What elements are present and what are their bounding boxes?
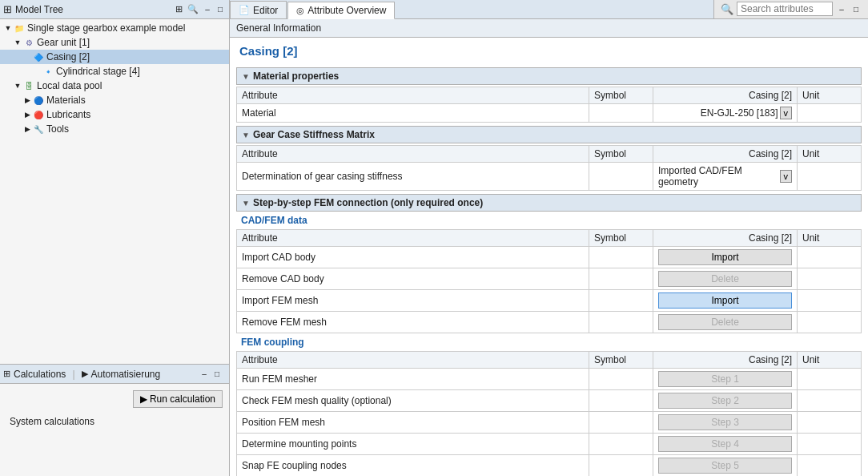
model-tree-search-icon[interactable]: 🔍 <box>186 4 200 15</box>
attr-remove-cad: Remove CAD body <box>237 268 589 290</box>
attr-overview-tab-label: Attribute Overview <box>307 5 386 16</box>
bottom-panel-controls: – □ <box>195 369 226 380</box>
tree-arrow-local-pool[interactable]: ▼ <box>13 82 22 90</box>
auto-tab-label[interactable]: Automatisierung <box>91 369 161 380</box>
search-minimize-btn[interactable]: – <box>836 3 847 14</box>
section-arrow-fem: ▼ <box>242 199 250 208</box>
stiffness-dropdown-btn[interactable]: v <box>780 170 793 183</box>
general-info-tab[interactable]: General Information <box>230 19 868 38</box>
val-run-mesher: Step 1 <box>653 369 798 390</box>
tree-label-gear-unit: Gear unit [1] <box>37 37 90 48</box>
tree-arrow-root[interactable]: ▼ <box>3 24 13 32</box>
tree-item-gear-unit[interactable]: ▼ ⚙ Gear unit [1] <box>0 35 229 50</box>
tree-label-casing: Casing [2] <box>46 51 90 63</box>
attr-check-quality: Check FEM mesh quality (optional) <box>237 390 589 412</box>
step5-btn[interactable]: Step 5 <box>658 458 792 474</box>
tree-label-root: Single stage gearbox example model <box>27 22 185 34</box>
tree-label-lubricants: Lubricants <box>46 109 90 120</box>
tree-area: ▼ 📁 Single stage gearbox example model ▼… <box>0 19 229 364</box>
tree-item-cyl-stage[interactable]: 🔹 Cylindrical stage [4] <box>0 64 229 79</box>
section-header-stiffness[interactable]: ▼ Gear Case Stiffness Matrix <box>236 126 862 143</box>
sym-mounting-pts <box>589 434 653 455</box>
tab-editor[interactable]: 📄 Editor <box>230 1 287 18</box>
material-dropdown-btn[interactable]: v <box>780 107 793 119</box>
val-check-quality: Step 2 <box>653 390 798 412</box>
calc-tab-icon: ⊞ <box>3 369 10 379</box>
right-panel: 📄 Editor ◎ Attribute Overview 🔍 – □ Gene… <box>230 0 868 476</box>
unit-import-cad <box>798 247 862 268</box>
sym-check-quality <box>589 390 653 412</box>
val-mounting-pts: Step 4 <box>653 434 798 455</box>
tree-arrow-gear-unit[interactable]: ▼ <box>13 38 22 46</box>
tree-item-materials[interactable]: ▶ 🔵 Materials <box>0 93 229 107</box>
attr-overview-tab-icon: ◎ <box>296 6 304 16</box>
attr-import-cad: Import CAD body <box>237 247 589 268</box>
tree-arrow-tools[interactable]: ▶ <box>22 125 32 133</box>
unit-check-quality <box>798 390 862 412</box>
model-tree-minimize-btn[interactable]: – <box>202 4 213 15</box>
app-container: ⊞ Model Tree ⊞ 🔍 – □ ▼ 📁 Single stage ge <box>0 0 868 476</box>
run-calculation-button[interactable]: ▶ Run calculation <box>133 390 223 408</box>
tree-item-tools[interactable]: ▶ 🔧 Tools <box>0 122 229 136</box>
import-fem-btn[interactable]: Import <box>658 292 792 309</box>
subsection-label-cadfem: CAD/FEM data <box>236 212 862 228</box>
content-area: Casing [2] ▼ Material properties Attribu… <box>230 38 868 476</box>
col-attribute-mat: Attribute <box>237 87 589 104</box>
section-arrow-material: ▼ <box>242 72 250 81</box>
search-icon: 🔍 <box>721 3 733 15</box>
val-position-fem: Step 3 <box>653 412 798 434</box>
tree-item-casing[interactable]: 🔷 Casing [2] <box>0 50 229 64</box>
col-attribute-cadfem: Attribute <box>237 230 589 247</box>
subsection-label-femcoupling: FEM coupling <box>236 333 862 349</box>
delete-cad-btn[interactable]: Delete <box>658 271 792 287</box>
col-unit-cadfem: Unit <box>798 230 862 247</box>
search-input[interactable] <box>737 2 833 16</box>
bottom-content: ▶ Run calculation System calculations <box>0 384 229 432</box>
tree-item-root[interactable]: ▼ 📁 Single stage gearbox example model <box>0 21 229 35</box>
tree-item-local-pool[interactable]: ▼ 🗄 Local data pool <box>0 79 229 93</box>
tab-divider: | <box>72 369 74 380</box>
casing-icon: 🔷 <box>32 50 45 63</box>
step1-btn[interactable]: Step 1 <box>658 371 792 387</box>
model-tree-grid-icon[interactable]: ⊞ <box>174 4 184 15</box>
calc-tab-label[interactable]: Calculations <box>14 369 66 380</box>
tree-arrow-mat[interactable]: ▶ <box>22 96 32 104</box>
section-header-fem[interactable]: ▼ Step-by-step FEM connection (only requ… <box>236 194 862 212</box>
step2-btn[interactable]: Step 2 <box>658 393 792 409</box>
tree-item-lubricants[interactable]: ▶ 🔴 Lubricants <box>0 107 229 122</box>
search-maximize-btn[interactable]: □ <box>850 3 862 14</box>
table-row: Remove CAD body Delete <box>237 268 862 290</box>
material-value-text: EN-GJL-250 [183] <box>701 107 778 119</box>
import-cad-btn[interactable]: Import <box>658 249 792 265</box>
val-remove-fem: Delete <box>653 312 798 333</box>
step3-btn[interactable]: Step 3 <box>658 414 792 430</box>
stiffness-table: Attribute Symbol Casing [2] Unit Determi… <box>236 145 862 191</box>
section-material-props: ▼ Material properties Attribute Symbol C… <box>236 67 862 123</box>
model-tree-maximize-btn[interactable]: □ <box>215 4 226 15</box>
symbol-stiffness <box>589 163 653 191</box>
section-arrow-stiffness: ▼ <box>242 131 250 139</box>
run-calc-row: ▶ Run calculation <box>6 387 223 411</box>
delete-fem-btn[interactable]: Delete <box>658 314 792 330</box>
system-calc-item[interactable]: System calculations <box>6 414 223 429</box>
search-bar: 🔍 – □ <box>713 0 868 18</box>
symbol-remove-fem <box>589 312 653 333</box>
bottom-minimize-btn[interactable]: – <box>199 369 210 380</box>
fem-coupling-table: Attribute Symbol Casing [2] Unit Run FEM… <box>236 351 862 476</box>
system-calc-label: System calculations <box>10 416 94 427</box>
unit-material <box>798 104 862 123</box>
section-header-material[interactable]: ▼ Material properties <box>236 67 862 85</box>
tab-attribute-overview[interactable]: ◎ Attribute Overview <box>287 2 395 19</box>
table-row: Material EN-GJL-250 [183] v <box>237 104 862 123</box>
table-row: Snap FE coupling nodes Step 5 <box>237 455 862 477</box>
step4-btn[interactable]: Step 4 <box>658 436 792 452</box>
tree-arrow-lub[interactable]: ▶ <box>22 111 32 119</box>
mat-icon: 🔵 <box>32 94 45 107</box>
col-symbol-femcoup: Symbol <box>589 352 653 369</box>
bottom-maximize-btn[interactable]: □ <box>211 369 223 380</box>
col-symbol-stiff: Symbol <box>589 146 653 163</box>
table-row: Import CAD body Import <box>237 247 862 268</box>
table-row: Determine mounting points Step 4 <box>237 434 862 455</box>
material-table: Attribute Symbol Casing [2] Unit Materia… <box>236 87 862 123</box>
model-tree-controls: ⊞ 🔍 – □ <box>174 4 226 15</box>
